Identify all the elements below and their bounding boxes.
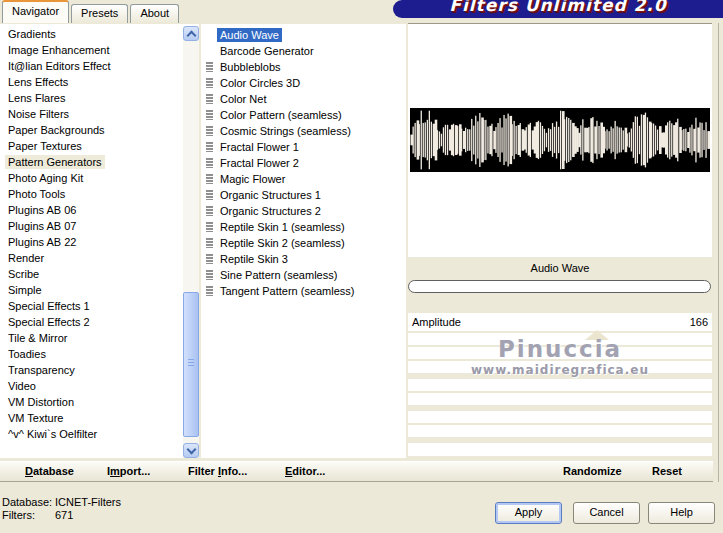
scroll-down-button[interactable]	[183, 443, 199, 458]
filter-label: Color Pattern (seamless)	[217, 108, 345, 122]
category-item[interactable]: Scribe	[0, 267, 199, 283]
filter-item[interactable]: Sine Pattern (seamless)	[201, 267, 406, 283]
filter-item[interactable]: Reptile Skin 3	[201, 251, 406, 267]
category-item[interactable]: Pattern Generators	[0, 155, 199, 171]
category-item[interactable]: ^v^ Kiwi`s Oelfilter	[0, 427, 199, 443]
filter-label: Bubbleblobs	[217, 60, 284, 74]
filter-item[interactable]: Color Pattern (seamless)	[201, 107, 406, 123]
filter-item[interactable]: Tangent Pattern (seamless)	[201, 283, 406, 299]
filter-item[interactable]: Organic Structures 2	[201, 203, 406, 219]
category-item[interactable]: Lens Flares	[0, 91, 199, 107]
category-label: VM Distortion	[5, 395, 77, 409]
scroll-thumb[interactable]	[183, 292, 199, 437]
filters-unlimited-dialog: Filters Unlimited 2.0 Navigator Presets …	[0, 0, 723, 533]
filter-edit-icon	[206, 110, 213, 120]
editor-menu-button[interactable]: Editor...	[285, 465, 325, 477]
category-item[interactable]: Lens Effects	[0, 75, 199, 91]
amplitude-slider[interactable]: Amplitude 166	[408, 313, 712, 331]
randomize-button[interactable]: Randomize	[563, 465, 622, 477]
filter-label: Reptile Skin 3	[217, 252, 291, 266]
category-item[interactable]: Transparency	[0, 363, 199, 379]
category-label: Tile & Mirror	[5, 331, 70, 345]
filter-edit-icon	[206, 78, 213, 88]
filter-item[interactable]: Barcode Generator	[201, 43, 406, 59]
empty-param-row	[408, 379, 712, 391]
category-item[interactable]: Video	[0, 379, 199, 395]
database-menu-button[interactable]: Database	[25, 465, 74, 477]
filter-label: Cosmic Strings (seamless)	[217, 124, 354, 138]
tab-presets[interactable]: Presets	[71, 4, 128, 23]
empty-param-row	[408, 443, 712, 456]
filter-label: Fractal Flower 1	[217, 140, 302, 154]
category-label: Lens Effects	[5, 75, 71, 89]
category-label: Special Effects 2	[5, 315, 93, 329]
category-item[interactable]: Image Enhancement	[0, 43, 199, 59]
empty-param-row	[408, 393, 712, 405]
filter-edit-icon	[206, 94, 213, 104]
filter-item[interactable]: Color Circles 3D	[201, 75, 406, 91]
category-item[interactable]: Tile & Mirror	[0, 331, 199, 347]
filter-edit-icon	[206, 174, 213, 184]
category-label: Transparency	[5, 363, 78, 377]
help-button[interactable]: Help	[648, 502, 715, 524]
filter-edit-icon	[206, 286, 213, 296]
apply-button[interactable]: Apply	[495, 502, 562, 524]
category-item[interactable]: Plugins AB 06	[0, 203, 199, 219]
category-label: Plugins AB 06	[5, 203, 80, 217]
category-item[interactable]: Photo Tools	[0, 187, 199, 203]
filter-item[interactable]: Reptile Skin 1 (seamless)	[201, 219, 406, 235]
filter-item[interactable]: Reptile Skin 2 (seamless)	[201, 235, 406, 251]
category-item[interactable]: Photo Aging Kit	[0, 171, 199, 187]
category-scrollbar[interactable]	[183, 26, 199, 458]
filter-info-menu-button[interactable]: Filter Info...	[188, 465, 247, 477]
category-label: It@lian Editors Effect	[5, 59, 114, 73]
filter-item[interactable]: Magic Flower	[201, 171, 406, 187]
tab-strip: Navigator Presets About	[2, 1, 181, 23]
category-label: Paper Backgrounds	[5, 123, 108, 137]
category-item[interactable]: Plugins AB 07	[0, 219, 199, 235]
selected-filter-caption: Audio Wave	[408, 258, 712, 278]
filter-label: Fractal Flower 2	[217, 156, 302, 170]
category-label: Toadies	[5, 347, 49, 361]
category-item[interactable]: VM Texture	[0, 411, 199, 427]
filter-item[interactable]: Cosmic Strings (seamless)	[201, 123, 406, 139]
filter-item[interactable]: Audio Wave	[201, 27, 406, 43]
tab-navigator[interactable]: Navigator	[2, 0, 69, 23]
category-item[interactable]: Paper Textures	[0, 139, 199, 155]
filter-edit-icon	[206, 238, 213, 248]
category-item[interactable]: Simple	[0, 283, 199, 299]
filter-item[interactable]: Organic Structures 1	[201, 187, 406, 203]
category-label: Plugins AB 07	[5, 219, 80, 233]
category-label: Plugins AB 22	[5, 235, 80, 249]
category-item[interactable]: Special Effects 1	[0, 299, 199, 315]
category-item[interactable]: Toadies	[0, 347, 199, 363]
import-menu-button[interactable]: Import...	[107, 465, 150, 477]
filter-item[interactable]: Color Net	[201, 91, 406, 107]
tab-about[interactable]: About	[130, 4, 179, 23]
scroll-up-button[interactable]	[183, 26, 199, 41]
filter-item[interactable]: Bubbleblobs	[201, 59, 406, 75]
database-status-row: Database: ICNET-Filters	[2, 496, 202, 508]
category-item[interactable]: Gradients	[0, 27, 199, 43]
slider-position-marker[interactable]	[585, 330, 609, 340]
category-item[interactable]: Paper Backgrounds	[0, 123, 199, 139]
filter-edit-icon	[206, 62, 213, 72]
empty-param-row	[408, 347, 712, 359]
category-item[interactable]: It@lian Editors Effect	[0, 59, 199, 75]
preview-progress-bar	[408, 280, 711, 293]
category-label: Render	[5, 251, 47, 265]
filter-label: Barcode Generator	[217, 44, 317, 58]
filter-item[interactable]: Fractal Flower 2	[201, 155, 406, 171]
category-item[interactable]: VM Distortion	[0, 395, 199, 411]
empty-param-row	[408, 361, 712, 373]
cancel-button[interactable]: Cancel	[573, 502, 640, 524]
category-item[interactable]: Special Effects 2	[0, 315, 199, 331]
category-label: Simple	[5, 283, 45, 297]
filter-edit-icon	[206, 126, 213, 136]
category-item[interactable]: Noise Filters	[0, 107, 199, 123]
filter-item[interactable]: Fractal Flower 1	[201, 139, 406, 155]
reset-button[interactable]: Reset	[652, 465, 682, 477]
category-item[interactable]: Plugins AB 22	[0, 235, 199, 251]
category-item[interactable]: Render	[0, 251, 199, 267]
filter-label: Reptile Skin 2 (seamless)	[217, 236, 348, 250]
